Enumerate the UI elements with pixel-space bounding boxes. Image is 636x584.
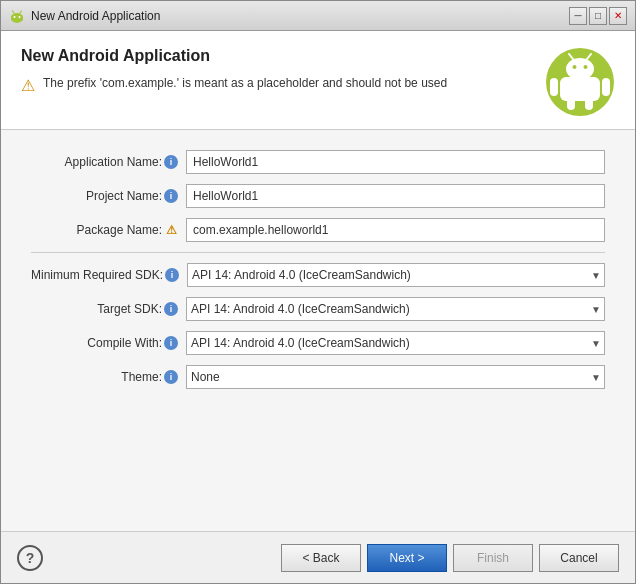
svg-point-9: [573, 65, 577, 69]
svg-rect-15: [567, 98, 575, 110]
dialog-body: New Android Application ⚠ The prefix 'co…: [1, 31, 635, 583]
compile-with-label: Compile With: i: [31, 336, 186, 350]
min-sdk-select[interactable]: API 14: Android 4.0 (IceCreamSandwich) A…: [187, 263, 605, 287]
title-bar: New Android Application ─ □ ✕: [1, 1, 635, 31]
package-name-label: Package Name: ⚠: [31, 223, 186, 237]
warning-row: ⚠ The prefix 'com.example.' is meant as …: [21, 75, 447, 95]
project-name-label: Project Name: i: [31, 189, 186, 203]
back-button[interactable]: < Back: [281, 544, 361, 572]
dialog-title: New Android Application: [21, 47, 447, 65]
compile-with-select[interactable]: API 14: Android 4.0 (IceCreamSandwich) A…: [186, 331, 605, 355]
target-sdk-select[interactable]: API 14: Android 4.0 (IceCreamSandwich) A…: [186, 297, 605, 321]
target-sdk-group: Target SDK: i API 14: Android 4.0 (IceCr…: [31, 297, 605, 321]
button-bar: ? < Back Next > Finish Cancel: [1, 531, 635, 583]
svg-point-2: [14, 16, 16, 18]
svg-rect-1: [11, 15, 23, 21]
min-sdk-label: Minimum Required SDK: i: [31, 268, 187, 282]
package-name-group: Package Name: ⚠: [31, 218, 605, 242]
maximize-button[interactable]: □: [589, 7, 607, 25]
min-sdk-group: Minimum Required SDK: i API 14: Android …: [31, 263, 605, 287]
target-sdk-info-icon[interactable]: i: [164, 302, 178, 316]
theme-label: Theme: i: [31, 370, 186, 384]
package-name-warn-icon[interactable]: ⚠: [164, 223, 178, 237]
app-name-info-icon[interactable]: i: [164, 155, 178, 169]
theme-select-wrapper: None Holo Light Holo Dark ▼: [186, 365, 605, 389]
dialog-header-top: New Android Application ⚠ The prefix 'co…: [21, 47, 615, 117]
app-name-group: Application Name: i: [31, 150, 605, 174]
button-bar-left: ?: [17, 545, 43, 571]
svg-point-3: [19, 16, 21, 18]
project-name-group: Project Name: i: [31, 184, 605, 208]
compile-with-info-icon[interactable]: i: [164, 336, 178, 350]
help-button[interactable]: ?: [17, 545, 43, 571]
svg-line-5: [20, 11, 22, 13]
app-name-label: Application Name: i: [31, 155, 186, 169]
warning-message: The prefix 'com.example.' is meant as a …: [43, 75, 447, 92]
theme-select[interactable]: None Holo Light Holo Dark: [186, 365, 605, 389]
next-button[interactable]: Next >: [367, 544, 447, 572]
theme-group: Theme: i None Holo Light Holo Dark ▼: [31, 365, 605, 389]
svg-rect-16: [585, 98, 593, 110]
compile-with-group: Compile With: i API 14: Android 4.0 (Ice…: [31, 331, 605, 355]
window-title: New Android Application: [31, 9, 160, 23]
project-name-info-icon[interactable]: i: [164, 189, 178, 203]
window-icon: [9, 8, 25, 24]
dialog-window: New Android Application ─ □ ✕ New Androi…: [0, 0, 636, 584]
app-name-input[interactable]: [186, 150, 605, 174]
compile-with-select-wrapper: API 14: Android 4.0 (IceCreamSandwich) A…: [186, 331, 605, 355]
min-sdk-info-icon[interactable]: i: [165, 268, 179, 282]
cancel-button[interactable]: Cancel: [539, 544, 619, 572]
warning-triangle-icon: ⚠: [21, 76, 35, 95]
title-bar-left: New Android Application: [9, 8, 160, 24]
target-sdk-select-wrapper: API 14: Android 4.0 (IceCreamSandwich) A…: [186, 297, 605, 321]
button-bar-right: < Back Next > Finish Cancel: [281, 544, 619, 572]
svg-point-8: [566, 58, 594, 80]
android-logo: [545, 47, 615, 117]
svg-rect-13: [550, 78, 558, 96]
min-sdk-select-wrapper: API 14: Android 4.0 (IceCreamSandwich) A…: [187, 263, 605, 287]
close-button[interactable]: ✕: [609, 7, 627, 25]
svg-point-10: [584, 65, 588, 69]
target-sdk-label: Target SDK: i: [31, 302, 186, 316]
svg-line-4: [13, 11, 15, 13]
project-name-input[interactable]: [186, 184, 605, 208]
svg-rect-14: [602, 78, 610, 96]
minimize-button[interactable]: ─: [569, 7, 587, 25]
finish-button[interactable]: Finish: [453, 544, 533, 572]
header-left: New Android Application ⚠ The prefix 'co…: [21, 47, 447, 95]
title-bar-buttons: ─ □ ✕: [569, 7, 627, 25]
form-area: Application Name: i Project Name: i Pack…: [1, 130, 635, 531]
svg-rect-7: [560, 77, 600, 101]
dialog-header: New Android Application ⚠ The prefix 'co…: [1, 31, 635, 130]
separator-1: [31, 252, 605, 253]
theme-info-icon[interactable]: i: [164, 370, 178, 384]
package-name-input[interactable]: [186, 218, 605, 242]
